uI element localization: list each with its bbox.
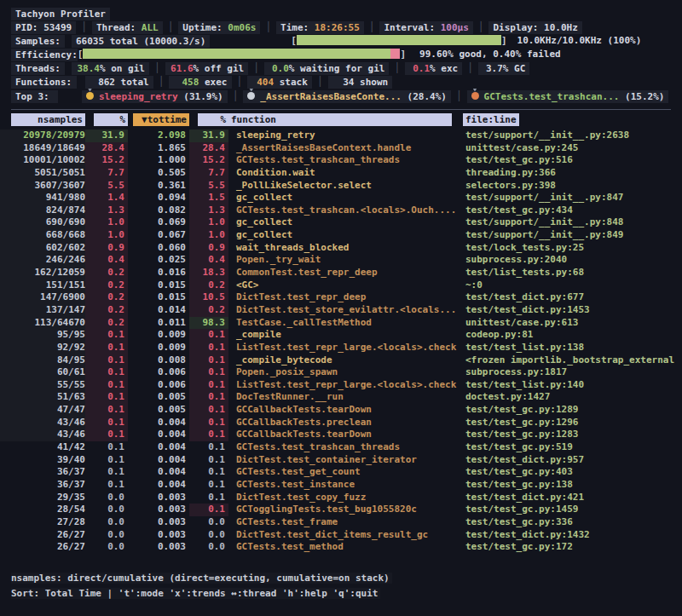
table-row[interactable]: 602/602 0.9 0.060 0.9 wait_threads_block… <box>0 242 682 255</box>
tachyon-profiler-app: Tachyon Profiler PID: 53499 │ Thread: AL… <box>0 0 682 616</box>
cell-cumulative-pct: 0.1 <box>189 454 228 467</box>
table-row[interactable]: 824/874 1.3 0.082 1.3 GCTests.test_trash… <box>0 204 682 217</box>
pid-field: PID: 53499 <box>11 21 76 34</box>
cell-direct-pct: 0.4 <box>85 254 128 267</box>
cell-file-line: test/test_gc.py:1289 <box>463 404 682 417</box>
table-row[interactable]: 43/46 0.1 0.004 0.1 GCCallbackTests.tear… <box>0 429 682 441</box>
cell-function: DictTest.test_container_iterator <box>228 454 463 467</box>
cell-file-line: ~:0 <box>463 279 682 292</box>
separator: │ <box>154 61 160 75</box>
table-row[interactable]: 113/64670 0.2 0.011 98.3 TestCase._callT… <box>0 317 682 330</box>
cell-direct-pct: 5.5 <box>85 180 128 193</box>
cell-tottime: 0.094 <box>128 192 189 204</box>
cell-cumulative-pct: 0.1 <box>189 504 228 516</box>
cell-cumulative-pct: 28.4 <box>189 142 228 155</box>
table-row[interactable]: 43/46 0.1 0.004 0.1 GCCallbackTests.prec… <box>0 417 682 429</box>
table-row[interactable]: 147/6900 0.2 0.015 10.5 DictTest.test_re… <box>0 291 682 304</box>
table-row[interactable]: 3607/3607 5.5 0.361 5.5 _PollLikeSelecto… <box>0 180 682 193</box>
column-tottime-sort[interactable]: ▼tottime <box>128 113 189 128</box>
cell-function: DictTest.test_repr_deep <box>228 291 463 304</box>
table-row[interactable]: 5051/5051 7.7 0.505 7.7 Condition.wait t… <box>0 167 682 180</box>
table-row[interactable]: 95/95 0.1 0.009 0.1 _compile codeop.py:8… <box>0 329 682 342</box>
cell-cumulative-pct: 0.1 <box>189 354 228 367</box>
top3-item-2[interactable]: _AssertRaisesBaseConte... (28.4%) <box>243 90 451 103</box>
cell-nsamples: 137/147 <box>0 304 85 317</box>
column-file-line[interactable]: file:line <box>463 113 682 128</box>
cell-cumulative-pct: 0.1 <box>189 379 228 392</box>
thread-field[interactable]: Thread: ALL <box>92 21 163 34</box>
table-row[interactable]: 51/63 0.1 0.005 0.1 DocTestRunner.__run … <box>0 391 682 404</box>
cell-cumulative-pct: 0.4 <box>189 254 228 267</box>
table-row[interactable]: 92/92 0.1 0.009 0.1 ListTest.test_repr_l… <box>0 342 682 354</box>
table-row[interactable]: 60/61 0.1 0.006 0.1 Popen._posix_spawn s… <box>0 366 682 379</box>
table-body: 20978/20979 31.9 2.098 31.9 sleeping_ret… <box>0 130 682 554</box>
separator: │ <box>394 61 400 75</box>
cell-file-line: <frozen importlib._bootstrap_external <box>463 354 682 367</box>
table-row[interactable]: 27/28 0.0 0.003 0.0 GCTests.test_frame t… <box>0 516 682 529</box>
cell-function: gc_collect <box>228 229 463 242</box>
cell-tottime: 0.004 <box>128 454 189 467</box>
cell-cumulative-pct: 1.0 <box>189 229 228 242</box>
cell-function: _compile_bytecode <box>228 354 463 367</box>
table-row[interactable]: 668/668 1.0 0.067 1.0 gc_collect test/su… <box>0 229 682 242</box>
table-row[interactable]: 47/47 0.1 0.005 0.1 GCCallbackTests.tear… <box>0 404 682 417</box>
table-row[interactable]: 941/980 1.4 0.094 1.5 gc_collect test/su… <box>0 192 682 204</box>
table-row[interactable]: 246/246 0.4 0.025 0.4 Popen._try_wait su… <box>0 254 682 267</box>
table-row[interactable]: 84/95 0.1 0.008 0.1 _compile_bytecode <f… <box>0 354 682 367</box>
cell-tottime: 0.082 <box>128 204 189 217</box>
column-function[interactable]: function <box>228 113 463 128</box>
column-nsamples[interactable]: nsamples <box>0 113 85 128</box>
cell-tottime: 0.009 <box>128 329 189 342</box>
cell-direct-pct: 28.4 <box>85 142 128 155</box>
bracket: [ <box>78 48 84 61</box>
table-row[interactable]: 55/55 0.1 0.006 0.1 ListTest.test_repr_l… <box>0 379 682 392</box>
table-row[interactable]: 36/37 0.1 0.004 0.1 GCTests.test_get_cou… <box>0 466 682 479</box>
table-row[interactable]: 162/12059 0.2 0.016 18.3 CommonTest.test… <box>0 267 682 279</box>
cell-cumulative-pct: 0.9 <box>189 242 228 255</box>
cell-cumulative-pct: 0.1 <box>189 417 228 429</box>
column-cumulative-pct[interactable]: % <box>189 113 228 128</box>
table-row[interactable]: 26/27 0.0 0.003 0.0 GCTests.test_method … <box>0 541 682 554</box>
cell-file-line: test/test_gc.py:1296 <box>463 417 682 429</box>
cell-function: _PollLikeSelector.select <box>228 180 463 193</box>
top3-item-1[interactable]: sleeping_retry (31.9%) <box>82 90 228 103</box>
cell-nsamples: 151/151 <box>0 279 85 292</box>
column-direct-pct[interactable]: % <box>85 113 128 128</box>
cell-tottime: 0.003 <box>128 492 189 504</box>
cell-tottime: 0.067 <box>128 229 189 242</box>
table-row[interactable]: 41/42 0.1 0.004 0.1 GCTests.test_trashca… <box>0 441 682 454</box>
table-row[interactable]: 26/27 0.0 0.003 0.0 DictTest.test_dict_i… <box>0 529 682 542</box>
efficiency-bar <box>83 49 400 59</box>
table-row[interactable]: 28/54 0.0 0.003 0.1 GCTogglingTests.test… <box>0 504 682 516</box>
samples-rate: 10.0KHz/10.0KHz (100%) <box>517 34 642 48</box>
table-row[interactable]: 20978/20979 31.9 2.098 31.9 sleeping_ret… <box>0 130 682 142</box>
cell-function: _AssertRaisesBaseContext.handle <box>228 142 463 155</box>
cell-tottime: 2.098 <box>128 130 189 142</box>
cell-file-line: test/test_gc.py:516 <box>463 154 682 167</box>
samples-label: Samples: <box>11 35 65 48</box>
top3-row: Top 3: sleeping_retry (31.9%) │ _AssertR… <box>11 89 682 104</box>
efficiency-good-fill <box>83 49 390 59</box>
table-row[interactable]: 137/147 0.2 0.014 0.2 DictTest.test_stor… <box>0 304 682 317</box>
table-row[interactable]: 10001/10002 15.2 1.000 15.2 GCTests.test… <box>0 154 682 167</box>
table-row[interactable]: 690/690 1.0 0.069 1.0 gc_collect test/su… <box>0 216 682 229</box>
cell-direct-pct: 0.1 <box>85 391 128 404</box>
cell-nsamples: 95/95 <box>0 329 85 342</box>
table-row[interactable]: 39/40 0.1 0.004 0.1 DictTest.test_contai… <box>0 454 682 467</box>
cell-function: GCTogglingTests.test_bug1055820c <box>228 504 463 516</box>
top3-item-3[interactable]: GCTests.test_trashcan... (15.2%) <box>467 90 669 103</box>
cell-function: GCTests.test_trashcan_threads <box>228 441 463 454</box>
table-row[interactable]: 36/37 0.1 0.004 0.1 GCTests.test_instanc… <box>0 479 682 492</box>
table-row[interactable]: 29/35 0.0 0.003 0.1 DictTest.test_copy_f… <box>0 492 682 504</box>
stat-total: 862 total <box>85 76 153 89</box>
cell-function: GCTests.test_trashcan_threads <box>228 154 463 167</box>
samples-bar-fill <box>297 35 501 45</box>
cell-tottime: 0.069 <box>128 216 189 229</box>
table-row[interactable]: 18649/18649 28.4 1.865 28.4 _AssertRaise… <box>0 142 682 155</box>
cell-cumulative-pct: 0.1 <box>189 441 228 454</box>
stat-exc: 0.1% exc <box>405 62 462 75</box>
table-row[interactable]: 151/151 0.2 0.015 0.2 <GC> ~:0 <box>0 279 682 292</box>
cell-direct-pct: 0.1 <box>85 379 128 392</box>
cell-file-line: test/test_list.py:140 <box>463 379 682 392</box>
cell-cumulative-pct: 1.3 <box>189 204 228 217</box>
